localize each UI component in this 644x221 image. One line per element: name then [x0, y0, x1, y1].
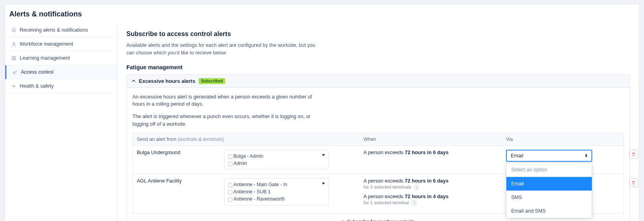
- svg-point-1: [13, 72, 15, 73]
- when-sub-note: for 2 selected terminals i: [364, 185, 506, 190]
- sidebar-item-label: Learning management: [20, 55, 70, 61]
- terminal-tag[interactable]: Antienne - Main Gate - In: [228, 181, 325, 188]
- bell-icon: [11, 27, 16, 33]
- when-sub-note: for 1 selected terminal i: [364, 200, 506, 205]
- table-row: Bulga Underground Bulga - Admin Admin A …: [133, 146, 624, 174]
- main-heading: Subscribe to access control alerts: [126, 30, 630, 38]
- header-via-label: Via: [506, 137, 618, 142]
- main-description: Available alerts and the settings for ea…: [126, 42, 319, 57]
- subscribed-badge: Subscribed: [199, 78, 225, 84]
- when-condition: A person exceeds 72 hours in 4 days: [364, 194, 506, 199]
- terminal-tag[interactable]: Antienne - SUB 1: [228, 188, 325, 195]
- heartbeat-icon: [11, 83, 16, 89]
- section-title: Fatigue management: [126, 64, 630, 70]
- alerts-table: Send an alert from (worksite & terminals…: [132, 133, 624, 214]
- via-dropdown-menu: Select an option Email SMS Email and SMS: [506, 163, 592, 218]
- terminals-multiselect[interactable]: Antienne - Main Gate - In Antienne - SUB…: [224, 178, 329, 205]
- header-from-suffix: (worksite & terminals): [178, 137, 224, 142]
- info-icon[interactable]: i: [414, 185, 419, 190]
- delete-row-button[interactable]: [629, 150, 638, 159]
- sidebar-item-health-safety[interactable]: Health & safety: [5, 79, 117, 93]
- terminal-tag[interactable]: Bulga - Admin: [228, 153, 325, 160]
- key-icon: [12, 69, 18, 75]
- sidebar-item-learning[interactable]: Learning management: [5, 51, 117, 65]
- table-header: Send an alert from (worksite & terminals…: [133, 133, 624, 146]
- via-selected-value: Email: [511, 153, 523, 159]
- sidebar-item-receiving-alerts[interactable]: Receiving alerts & notifications: [5, 23, 117, 37]
- dropdown-placeholder: Select an option: [506, 163, 592, 177]
- sidebar-item-label: Workforce management: [20, 41, 73, 47]
- worksite-name: Bulga Underground: [137, 150, 221, 155]
- book-icon: [11, 55, 16, 61]
- terminals-multiselect[interactable]: Bulga - Admin Admin: [224, 150, 329, 170]
- accordion-excessive-hours: Excessive hours alerts Subscribed An exc…: [126, 74, 630, 221]
- page-title: Alerts & notifications: [5, 4, 639, 23]
- accordion-header[interactable]: Excessive hours alerts Subscribed: [127, 75, 630, 88]
- dropdown-caret-icon: [322, 154, 325, 156]
- chevron-up-icon: [132, 79, 136, 83]
- header-from-label: Send an alert from: [137, 137, 177, 142]
- dropdown-caret-icon: [322, 183, 325, 185]
- sidebar-item-label: Receiving alerts & notifications: [20, 27, 88, 33]
- via-select[interactable]: Email: [506, 150, 592, 162]
- delete-row-button[interactable]: [629, 178, 638, 187]
- dropdown-option-email-sms[interactable]: Email and SMS: [506, 204, 592, 218]
- worksite-name: AGL Antiene Facility: [137, 178, 221, 184]
- accordion-description-2: The alert is triggered whenever a punch …: [132, 113, 325, 128]
- dropdown-option-sms[interactable]: SMS: [506, 191, 592, 204]
- sidebar-nav: Receiving alerts & notifications Workfor…: [5, 23, 118, 221]
- dropdown-option-email[interactable]: Email: [506, 177, 592, 191]
- sidebar-item-workforce[interactable]: Workforce management: [5, 37, 117, 51]
- accordion-description-1: An excessive hours alert is generated wh…: [132, 93, 325, 108]
- header-when-label: When: [364, 137, 506, 142]
- terminal-tag[interactable]: Admin: [228, 160, 325, 167]
- person-icon: [11, 41, 16, 47]
- sidebar-item-access-control[interactable]: Access control: [5, 65, 117, 79]
- main-content: Subscribe to access control alerts Avail…: [118, 23, 639, 221]
- svg-point-0: [13, 42, 14, 44]
- terminal-tag[interactable]: Antienne - Ravensworth: [228, 195, 325, 203]
- sidebar-item-label: Access control: [21, 69, 53, 75]
- info-icon[interactable]: i: [412, 201, 416, 205]
- select-caret-icon: [585, 154, 587, 157]
- when-condition: A person exceeds 72 hours in 6 days: [364, 178, 506, 184]
- sidebar-item-label: Health & safety: [20, 83, 54, 89]
- when-condition: A person exceeds 72 hours in 6 days: [364, 150, 506, 155]
- add-worksite-link[interactable]: Subscribe for another worksite: [341, 219, 414, 221]
- accordion-title: Excessive hours alerts: [139, 78, 195, 84]
